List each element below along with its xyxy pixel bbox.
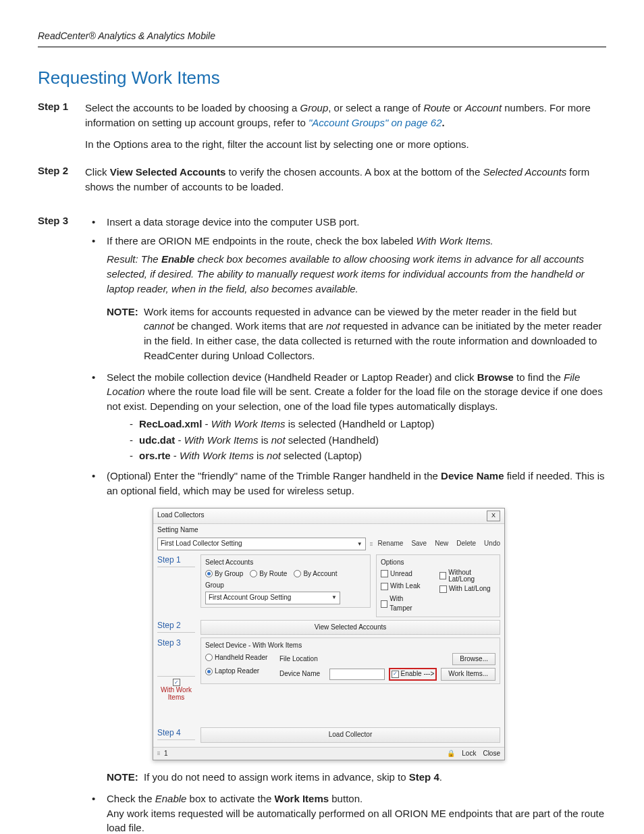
group-combo[interactable]: First Account Group Setting▼ (205, 592, 340, 604)
undo-button[interactable]: Undo (484, 539, 500, 549)
setting-name-label: Setting Name (157, 525, 198, 536)
text-italic: cannot (144, 320, 174, 332)
chevron-down-icon: ▼ (357, 540, 363, 548)
work-items-button[interactable]: Work Items... (441, 668, 495, 681)
text-italic: Group (300, 102, 329, 113)
step3-b4: (Optional) Enter the "friendly" name of … (85, 469, 606, 498)
text: where the route load file will be sent. … (107, 386, 603, 412)
without-latlong-check[interactable]: Without Lat/Long (439, 569, 495, 583)
close-button[interactable]: Close (483, 749, 500, 759)
text-bold: Device Name (441, 470, 504, 481)
step1-label: Step 1 (38, 101, 85, 158)
device-name-input[interactable] (329, 669, 385, 680)
with-work-items-check[interactable]: ✓ (173, 679, 180, 686)
xref-account-groups[interactable]: "Account Groups" on page 62 (308, 117, 441, 128)
view-selected-accounts-button[interactable]: View Selected Accounts (200, 620, 500, 635)
text-italic: With Work Items. (417, 235, 493, 246)
check-label: With Lat/Long (449, 585, 491, 592)
check-label: Without Lat/Long (448, 569, 495, 583)
text: If there are ORION ME endpoints in the r… (107, 235, 417, 246)
step3-b1: Insert a data storage device into the co… (85, 215, 606, 230)
text: If you do not need to assign work items … (144, 771, 409, 783)
check-label: With Tamper (390, 594, 425, 614)
text-bold: Work Items (275, 793, 329, 804)
dlg-step1-label: Step 1 (157, 554, 195, 567)
text-italic: not (326, 320, 340, 332)
step1-p1: Select the accounts to be loaded by choo… (85, 101, 606, 130)
text-bold: Step 4 (409, 771, 439, 783)
lock-icon: 🔒 (447, 749, 455, 759)
dlg-step3-label: Step 3 (157, 637, 195, 677)
by-route-radio[interactable]: By Route (250, 569, 287, 579)
text: be changed. Work items that are (174, 320, 326, 332)
note-label: NOTE: (107, 770, 144, 785)
text-bold: Browse (477, 371, 514, 383)
text-bold: RecLoad.xml (139, 418, 202, 429)
radio-label: By Account (303, 569, 337, 579)
note-body: Work items for accounts requested in adv… (144, 305, 606, 363)
save-button[interactable]: Save (411, 539, 427, 549)
check-label: With Leak (390, 581, 420, 592)
text: (Optional) Enter the "friendly" name of … (107, 470, 441, 481)
laptop-radio[interactable]: Laptop Reader (205, 667, 273, 677)
text-italic: not (271, 434, 286, 446)
radio-label: By Group (215, 569, 243, 579)
lock-button[interactable]: Lock (462, 749, 476, 759)
text-italic: Account (465, 102, 502, 113)
setting-name-combo[interactable]: First Load Collector Setting▼ (157, 538, 366, 550)
dlg-step2-label: Step 2 (157, 620, 195, 633)
close-icon[interactable]: X (487, 511, 500, 521)
select-accounts-label: Select Accounts (205, 558, 366, 568)
note-body: If you do not need to assign work items … (144, 770, 606, 785)
browse-button[interactable]: Browse... (452, 653, 495, 666)
radio-label: Handheld Reader (215, 653, 267, 663)
rename-button[interactable]: Rename (378, 539, 404, 549)
with-tamper-check[interactable]: With Tamper (381, 594, 425, 614)
chevron-down-icon: ▼ (331, 594, 337, 602)
step3-result: Result: The Enable check box becomes ava… (85, 252, 606, 296)
text-bold: ors.rte (139, 450, 171, 461)
text-italic: Route (423, 102, 450, 113)
text: Check the (107, 793, 155, 804)
text: or (450, 102, 465, 113)
text: is selected (Handheld or Laptop) (286, 418, 435, 429)
text: - (175, 434, 184, 446)
text: Click (85, 166, 110, 178)
device-name-label: Device Name (279, 669, 325, 679)
options-label: Options (381, 558, 495, 568)
text-italic: Selected Accounts (483, 166, 566, 178)
radio-label: By Route (259, 569, 287, 579)
new-button[interactable]: New (435, 539, 448, 549)
status-count: 1 (164, 749, 168, 759)
grip-icon (157, 752, 160, 755)
note-label: NOTE: (107, 305, 144, 363)
load-collectors-dialog: Load Collectors X Setting Name First Loa… (153, 508, 505, 761)
text: Result: The (107, 253, 161, 265)
delete-button[interactable]: Delete (456, 539, 476, 549)
enable-label: Enable ---> (401, 669, 435, 679)
enable-checkbox[interactable]: ✓Enable ---> (389, 668, 437, 681)
text: selected (Handheld) (286, 434, 379, 446)
unread-check[interactable]: Unread (381, 569, 425, 579)
grip-icon (370, 542, 373, 546)
handheld-radio[interactable]: Handheld Reader (205, 653, 273, 663)
text-bold: View Selected Accounts (110, 166, 226, 178)
text: Select the mobile collection device (Han… (107, 371, 477, 383)
step2-label: Step 2 (38, 165, 85, 201)
with-latlong-check[interactable]: With Lat/Long (439, 585, 495, 593)
running-head: ReadCenter® Analytics & Analytics Mobile (38, 30, 606, 47)
step2-p1: Click View Selected Accounts to verify t… (85, 165, 606, 194)
text-italic: With Work Items (211, 418, 286, 429)
text: selected (Laptop) (281, 450, 362, 461)
step3-b3: Select the mobile collection device (Han… (85, 370, 606, 464)
by-group-radio[interactable]: By Group (205, 569, 243, 579)
text: to verify the chosen accounts. A box at … (225, 166, 483, 178)
by-account-radio[interactable]: By Account (294, 569, 337, 579)
text-italic: With Work Items (180, 450, 254, 461)
text: box to activate the (186, 793, 274, 804)
with-leak-check[interactable]: With Leak (381, 581, 425, 592)
load-collector-button[interactable]: Load Collector (200, 727, 500, 743)
text: , or select a range of (328, 102, 423, 113)
text: Work items for accounts requested in adv… (144, 306, 576, 317)
text: - (171, 450, 180, 461)
